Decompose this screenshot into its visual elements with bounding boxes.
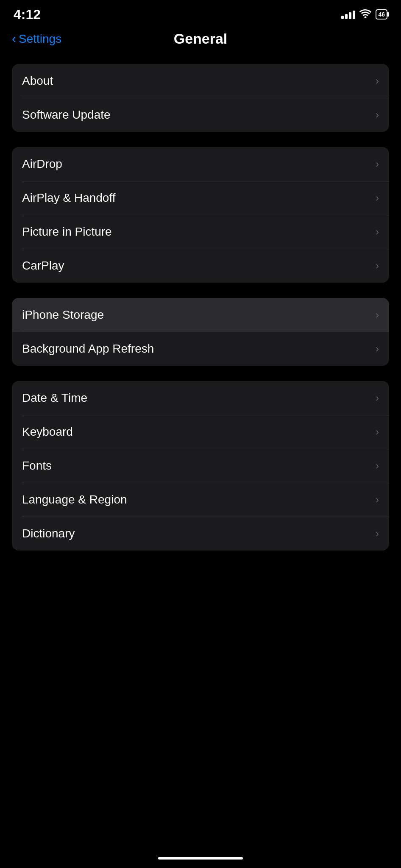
- settings-item-airdrop[interactable]: AirDrop ›: [12, 147, 389, 181]
- background-app-refresh-label: Background App Refresh: [22, 342, 154, 356]
- status-time: 4:12: [14, 7, 41, 22]
- settings-item-dictionary[interactable]: Dictionary ›: [12, 517, 389, 551]
- picture-in-picture-label: Picture in Picture: [22, 225, 112, 239]
- settings-item-iphone-storage[interactable]: iPhone Storage ›: [12, 298, 389, 332]
- settings-group-4: Date & Time › Keyboard › Fonts › Languag…: [12, 381, 389, 551]
- airdrop-chevron-icon: ›: [376, 158, 379, 170]
- settings-content: About › Software Update › AirDrop › AirP…: [0, 56, 401, 559]
- home-indicator: [0, 850, 401, 863]
- back-chevron-icon: ‹: [12, 31, 16, 46]
- settings-item-about[interactable]: About ›: [12, 64, 389, 98]
- settings-item-language-region[interactable]: Language & Region ›: [12, 483, 389, 517]
- date-time-chevron-icon: ›: [376, 392, 379, 404]
- fonts-chevron-icon: ›: [376, 460, 379, 472]
- language-region-chevron-icon: ›: [376, 494, 379, 506]
- settings-item-date-time[interactable]: Date & Time ›: [12, 381, 389, 415]
- nav-bar: ‹ Settings General: [0, 25, 401, 56]
- status-icons: 46: [341, 9, 387, 20]
- battery-icon: 46: [376, 9, 387, 19]
- background-app-refresh-chevron-icon: ›: [376, 343, 379, 355]
- settings-item-background-app-refresh[interactable]: Background App Refresh ›: [12, 332, 389, 366]
- fonts-label: Fonts: [22, 459, 52, 473]
- page-title: General: [174, 31, 228, 47]
- about-chevron-icon: ›: [376, 75, 379, 87]
- back-label: Settings: [19, 32, 61, 46]
- carplay-label: CarPlay: [22, 259, 64, 273]
- signal-icon: [341, 10, 355, 19]
- settings-item-carplay[interactable]: CarPlay ›: [12, 249, 389, 283]
- iphone-storage-chevron-icon: ›: [376, 309, 379, 321]
- keyboard-label: Keyboard: [22, 425, 73, 439]
- airdrop-label: AirDrop: [22, 157, 62, 171]
- settings-item-airplay-handoff[interactable]: AirPlay & Handoff ›: [12, 181, 389, 215]
- wifi-icon: [359, 9, 371, 20]
- settings-item-keyboard[interactable]: Keyboard ›: [12, 415, 389, 449]
- software-update-chevron-icon: ›: [376, 109, 379, 121]
- settings-group-3: iPhone Storage › Background App Refresh …: [12, 298, 389, 366]
- picture-in-picture-chevron-icon: ›: [376, 226, 379, 238]
- settings-item-picture-in-picture[interactable]: Picture in Picture ›: [12, 215, 389, 249]
- settings-group-1: About › Software Update ›: [12, 64, 389, 132]
- carplay-chevron-icon: ›: [376, 260, 379, 272]
- language-region-label: Language & Region: [22, 493, 127, 506]
- back-button[interactable]: ‹ Settings: [12, 32, 61, 46]
- keyboard-chevron-icon: ›: [376, 426, 379, 438]
- battery-level: 46: [378, 11, 385, 18]
- dictionary-label: Dictionary: [22, 527, 75, 540]
- software-update-label: Software Update: [22, 108, 111, 122]
- dictionary-chevron-icon: ›: [376, 528, 379, 540]
- airplay-handoff-label: AirPlay & Handoff: [22, 191, 116, 205]
- settings-item-software-update[interactable]: Software Update ›: [12, 98, 389, 132]
- date-time-label: Date & Time: [22, 391, 87, 405]
- airplay-handoff-chevron-icon: ›: [376, 192, 379, 204]
- settings-item-fonts[interactable]: Fonts ›: [12, 449, 389, 483]
- settings-group-2: AirDrop › AirPlay & Handoff › Picture in…: [12, 147, 389, 283]
- home-indicator-bar: [158, 857, 243, 860]
- status-bar: 4:12 46: [0, 0, 401, 25]
- about-label: About: [22, 74, 53, 88]
- iphone-storage-label: iPhone Storage: [22, 308, 104, 322]
